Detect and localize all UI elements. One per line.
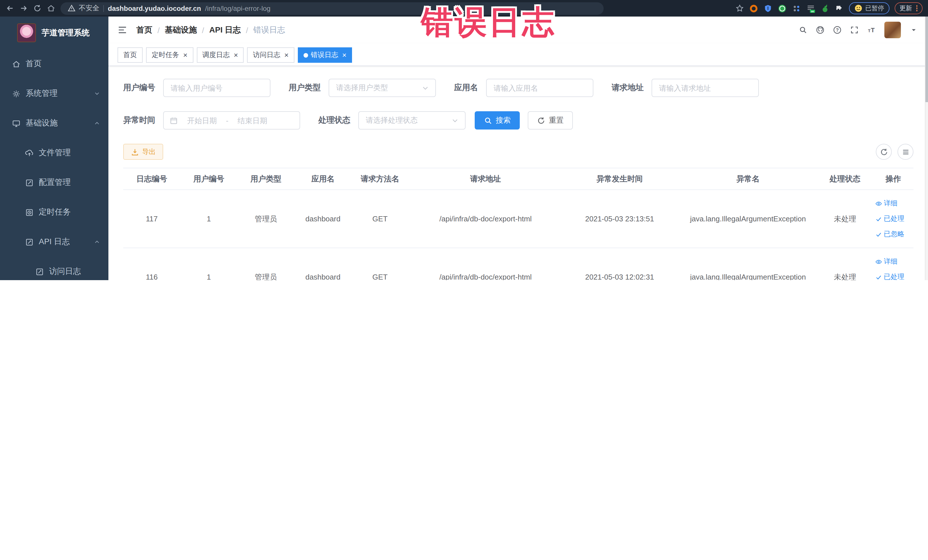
page-content: 用户编号 用户类型 请选择用户类型 应用名 请求地址	[108, 66, 928, 280]
refresh-table-button[interactable]	[876, 144, 892, 160]
svg-text:T: T	[871, 26, 875, 34]
hamburger-icon[interactable]	[118, 25, 127, 35]
edit-icon	[25, 178, 34, 187]
end-date-input[interactable]	[231, 116, 273, 125]
github-icon[interactable]	[816, 26, 824, 34]
cell-status: 未处理	[819, 272, 871, 280]
breadcrumb-item-3[interactable]: API 日志	[209, 25, 241, 35]
sidebar-item-scheduled-job[interactable]: 定时任务	[0, 197, 108, 227]
process-status-select[interactable]: 请选择处理状态	[358, 111, 466, 130]
app-header: 首页/基础设施/API 日志/错误日志 ? TT	[108, 17, 928, 43]
table-header-row: 日志编号用户编号用户类型应用名请求方法名请求地址异常发生时间异常名处理状态操作	[123, 168, 913, 190]
export-button[interactable]: 导出	[123, 144, 163, 160]
breadcrumb-separator: /	[246, 25, 248, 35]
sidebar-item-system[interactable]: 系统管理	[0, 79, 108, 108]
browser-reload-icon[interactable]	[33, 4, 42, 12]
eye-icon	[875, 258, 882, 265]
font-size-icon[interactable]: TT	[867, 26, 876, 34]
chevron-up-icon	[93, 120, 101, 127]
sidebar-item-api-log[interactable]: API 日志	[0, 227, 108, 257]
security-status[interactable]: 不安全	[67, 3, 99, 13]
user-type-label: 用户类型	[289, 83, 321, 93]
breadcrumb: 首页/基础设施/API 日志/错误日志	[136, 25, 285, 35]
tab-close-icon[interactable]: ×	[183, 51, 188, 59]
action-已处理[interactable]: 已处理	[875, 272, 904, 280]
action-已忽略[interactable]: 已忽略	[875, 229, 904, 239]
reset-button[interactable]: 重置	[528, 111, 573, 130]
ext-dotgrid-icon[interactable]	[792, 4, 801, 13]
ext-greencircle-icon[interactable]	[777, 4, 786, 13]
error-log-table: 日志编号用户编号用户类型应用名请求方法名请求地址异常发生时间异常名处理状态操作 …	[123, 168, 913, 280]
request-url-label: 请求地址	[612, 83, 644, 93]
tab-首页[interactable]: 首页	[118, 47, 143, 63]
browser-forward-icon[interactable]	[20, 4, 28, 12]
error-time-range-picker[interactable]: -	[163, 111, 300, 130]
sidebar-item-access-log[interactable]: 访问日志	[0, 257, 108, 280]
request-url-input[interactable]	[652, 84, 758, 92]
browser-home-icon[interactable]	[47, 4, 55, 12]
breadcrumb-item-2[interactable]: 基础设施	[165, 25, 197, 35]
tab-调度日志[interactable]: 调度日志×	[197, 47, 244, 63]
tab-close-icon[interactable]: ×	[234, 51, 238, 59]
ext-shield-icon[interactable]	[763, 4, 772, 13]
user-type-select[interactable]: 请选择用户类型	[329, 79, 436, 97]
help-icon[interactable]: ?	[833, 26, 841, 34]
scrollbar-thumb[interactable]	[925, 17, 928, 102]
main-area: 首页/基础设施/API 日志/错误日志 ? TT 首页定时任务×调度日志×访问日…	[108, 17, 928, 280]
column-header-actions: 操作	[871, 174, 916, 184]
cell-id: 116	[123, 273, 180, 280]
browser-back-icon[interactable]	[6, 4, 14, 12]
column-header-status: 处理状态	[819, 174, 871, 184]
chevron-down-icon	[421, 84, 430, 92]
tab-定时任务[interactable]: 定时任务×	[146, 47, 193, 63]
sidebar-item-home[interactable]: 首页	[0, 49, 108, 79]
ext-puzzle-icon[interactable]	[835, 4, 844, 13]
sidebar-item-infra[interactable]: 基础设施	[0, 108, 108, 138]
start-date-input[interactable]	[181, 116, 223, 125]
action-已处理[interactable]: 已处理	[875, 214, 904, 224]
bookmark-star-icon[interactable]	[735, 4, 744, 12]
error-time-label: 异常时间	[123, 115, 155, 125]
fullscreen-icon[interactable]	[850, 26, 859, 34]
avatar-caret-icon[interactable]	[910, 26, 918, 34]
browser-actions: on 已暂停 更新	[735, 2, 923, 14]
browser-menu-icon[interactable]	[916, 5, 917, 11]
user-avatar[interactable]	[884, 22, 901, 38]
app-name-input[interactable]	[487, 84, 593, 92]
chrome-update-button[interactable]: 更新	[894, 2, 923, 14]
ext-onbadge-icon[interactable]: on	[806, 4, 815, 13]
tab-paused-badge[interactable]: 已暂停	[849, 2, 889, 14]
search-button[interactable]: 搜索	[475, 111, 520, 130]
tab-close-icon[interactable]: ×	[342, 51, 346, 59]
column-header-time: 异常发生时间	[563, 174, 677, 184]
sidebar-item-config-manage[interactable]: 配置管理	[0, 168, 108, 197]
cell-actions: 详细已处理已忽略	[871, 198, 916, 239]
check-icon	[875, 273, 882, 280]
app-title: 芋道管理系统	[42, 27, 90, 38]
omnibox-divider	[103, 5, 104, 12]
url-host: dashboard.yudao.iocoder.cn	[108, 4, 201, 12]
tab-错误日志[interactable]: 错误日志×	[298, 47, 352, 63]
cell-method: GET	[351, 273, 409, 280]
ext-sprout-icon[interactable]	[820, 4, 829, 13]
screen: 不安全 dashboard.yudao.iocoder.cn/infra/log…	[0, 0, 928, 280]
action-详细[interactable]: 详细	[875, 257, 897, 267]
monitor-icon	[12, 119, 21, 128]
action-详细[interactable]: 详细	[875, 198, 897, 208]
ext-donut-icon[interactable]	[749, 4, 758, 13]
page-scrollbar[interactable]	[925, 17, 928, 280]
address-bar[interactable]: 不安全 dashboard.yudao.iocoder.cn/infra/log…	[61, 2, 604, 15]
column-settings-button[interactable]	[897, 144, 913, 160]
chevron-down-icon	[451, 116, 459, 125]
edit-icon	[25, 238, 34, 246]
search-icon[interactable]	[799, 26, 807, 34]
tabs-bar: 首页定时任务×调度日志×访问日志×错误日志×	[108, 43, 928, 66]
sidebar-item-file-manage[interactable]: 文件管理	[0, 138, 108, 168]
tab-close-icon[interactable]: ×	[284, 51, 288, 59]
app-logo[interactable]: 芋道管理系统	[0, 17, 108, 49]
tab-访问日志[interactable]: 访问日志×	[247, 47, 294, 63]
range-separator: -	[226, 116, 229, 125]
user-id-input[interactable]	[164, 84, 270, 92]
breadcrumb-item-1[interactable]: 首页	[136, 25, 152, 35]
breadcrumb-item-4: 错误日志	[253, 25, 285, 35]
